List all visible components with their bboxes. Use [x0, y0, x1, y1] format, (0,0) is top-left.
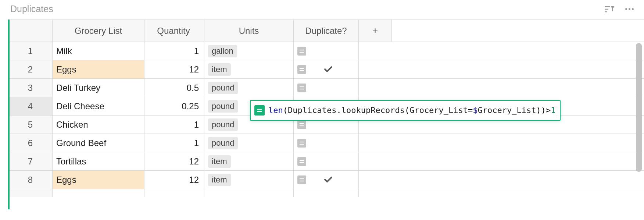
- cell-duplicate[interactable]: [294, 134, 359, 152]
- scrollbar-thumb[interactable]: [636, 43, 642, 172]
- row-number[interactable]: 1: [8, 42, 53, 60]
- formula-token: ): [541, 106, 546, 115]
- cell-units[interactable]: gallon: [204, 42, 294, 60]
- formula-input[interactable]: len(Duplicates.lookupRecords(Grocery_Lis…: [268, 106, 556, 115]
- cell-grocery[interactable]: Eggs: [53, 171, 144, 189]
- row-number[interactable]: 7: [8, 152, 53, 170]
- row-number[interactable]: 2: [8, 60, 53, 78]
- column-header-units[interactable]: Units: [204, 20, 294, 42]
- formula-icon: [297, 47, 306, 56]
- cell-quantity[interactable]: [144, 189, 204, 197]
- table-row: 6Ground Beef1pound: [8, 134, 644, 152]
- cell-duplicate[interactable]: [294, 152, 359, 170]
- formula-token: ): [536, 106, 541, 115]
- row-spacer: [359, 60, 644, 78]
- cell-grocery[interactable]: Eggs: [53, 60, 144, 78]
- page-title: Duplicates: [10, 4, 53, 14]
- cell-grocery[interactable]: Chicken: [53, 116, 144, 134]
- cell-grocery[interactable]: Ground Beef: [53, 134, 144, 152]
- row-number[interactable]: 3: [8, 79, 53, 97]
- cell-quantity[interactable]: 1: [144, 134, 204, 152]
- cell-duplicate[interactable]: [294, 42, 359, 60]
- table-row: 2Eggs12item: [8, 60, 644, 79]
- formula-icon: [297, 175, 306, 184]
- cell-grocery[interactable]: Deli Turkey: [53, 79, 144, 97]
- vertical-scrollbar[interactable]: [636, 43, 642, 201]
- row-number[interactable]: 5: [8, 116, 53, 134]
- column-header-grocery[interactable]: Grocery List: [53, 20, 144, 42]
- cell-units[interactable]: item: [204, 152, 294, 170]
- row-spacer: [359, 152, 644, 170]
- cell-duplicate[interactable]: [294, 189, 359, 197]
- cell-quantity[interactable]: 0.25: [144, 97, 204, 115]
- cell-quantity[interactable]: 12: [144, 171, 204, 189]
- row-number[interactable]: 4: [8, 97, 53, 115]
- column-header-quantity[interactable]: Quantity: [144, 20, 204, 42]
- cell-grocery[interactable]: Deli Cheese: [53, 97, 144, 115]
- cell-grocery[interactable]: Milk: [53, 42, 144, 60]
- check-icon: [324, 64, 333, 75]
- formula-editor[interactable]: len(Duplicates.lookupRecords(Grocery_Lis…: [250, 100, 561, 121]
- row-spacer: [359, 171, 644, 189]
- cell-quantity[interactable]: 1: [144, 116, 204, 134]
- formula-icon: [254, 105, 265, 116]
- cell-grocery[interactable]: [53, 189, 144, 197]
- unit-tag: pound: [208, 137, 238, 149]
- row-number[interactable]: 8: [8, 171, 53, 189]
- formula-icon: [297, 157, 306, 166]
- cell-units[interactable]: pound: [204, 79, 294, 97]
- formula-token: Grocery_List: [409, 106, 468, 115]
- cell-units[interactable]: [204, 189, 294, 197]
- row-spacer: [359, 42, 644, 60]
- unit-tag: item: [208, 63, 231, 76]
- check-icon: [324, 175, 333, 185]
- cell-duplicate[interactable]: [294, 79, 359, 97]
- cell-quantity[interactable]: 0.5: [144, 79, 204, 97]
- formula-token: len: [268, 106, 283, 115]
- unit-tag: gallon: [208, 45, 237, 57]
- unit-tag: pound: [208, 118, 238, 131]
- formula-token: Duplicates: [288, 106, 336, 115]
- filter-icon[interactable]: [605, 5, 615, 13]
- cell-units[interactable]: item: [204, 171, 294, 189]
- active-widget-indicator: [8, 19, 10, 209]
- cell-quantity[interactable]: 1: [144, 42, 204, 60]
- table-row: 8Eggs12item: [8, 171, 644, 189]
- formula-icon: [297, 65, 306, 74]
- formula-token: .: [336, 106, 341, 115]
- cell-units[interactable]: item: [204, 60, 294, 78]
- formula-token: =: [468, 106, 473, 115]
- formula-token: Grocery_List: [478, 106, 536, 115]
- row-spacer: [359, 189, 644, 197]
- cell-quantity[interactable]: 12: [144, 60, 204, 78]
- unit-tag: item: [208, 155, 231, 168]
- column-header-row: Grocery List Quantity Units Duplicate? +: [8, 20, 644, 42]
- row-number[interactable]: 6: [8, 134, 53, 152]
- cell-duplicate[interactable]: [294, 171, 359, 189]
- cursor-caret: [556, 106, 556, 115]
- table-row: 1Milk1gallon: [8, 42, 644, 60]
- add-column-button[interactable]: +: [359, 20, 392, 42]
- column-header-duplicate[interactable]: Duplicate?: [294, 20, 359, 42]
- more-options-icon[interactable]: [625, 8, 634, 10]
- formula-token: $: [473, 106, 477, 115]
- table-row: 7Tortillas12item: [8, 152, 644, 171]
- row-spacer: [359, 79, 644, 97]
- header-actions: [605, 5, 634, 13]
- formula-token: 1: [551, 106, 555, 115]
- row-number-header[interactable]: [8, 20, 53, 42]
- cell-quantity[interactable]: 12: [144, 152, 204, 170]
- cell-grocery[interactable]: Tortillas: [53, 152, 144, 170]
- unit-tag: pound: [208, 100, 238, 113]
- formula-icon: [297, 139, 306, 148]
- formula-icon: [297, 84, 306, 92]
- cell-duplicate[interactable]: [294, 60, 359, 78]
- formula-token: >: [546, 106, 551, 115]
- header-spacer: [392, 20, 644, 42]
- cell-units[interactable]: pound: [204, 134, 294, 152]
- formula-token: (: [405, 106, 409, 115]
- table-row: 3Deli Turkey0.5pound: [8, 79, 644, 97]
- row-number[interactable]: [8, 189, 53, 197]
- unit-tag: pound: [208, 82, 238, 94]
- formula-icon: [297, 120, 306, 129]
